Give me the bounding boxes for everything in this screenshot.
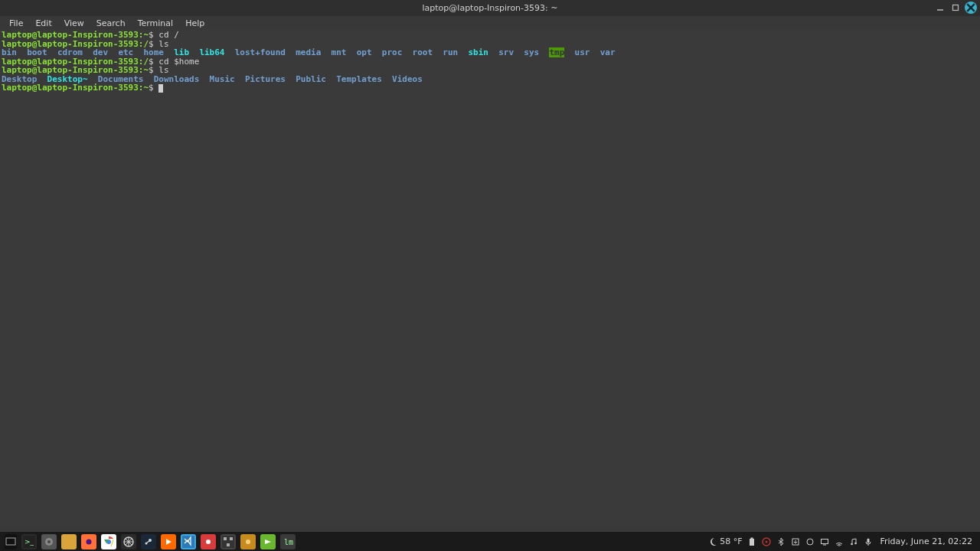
battery-icon[interactable] bbox=[746, 536, 757, 547]
obs-icon[interactable] bbox=[761, 536, 772, 547]
launcher-red-app[interactable] bbox=[201, 534, 216, 549]
launcher-mint-menu[interactable]: lm bbox=[280, 534, 296, 549]
svg-rect-34 bbox=[750, 539, 754, 546]
svg-point-43 bbox=[851, 543, 853, 545]
launcher-system-settings[interactable] bbox=[41, 534, 57, 549]
svg-rect-4 bbox=[6, 538, 15, 545]
window-controls bbox=[934, 2, 977, 14]
tray-indicator-icon[interactable] bbox=[805, 536, 815, 547]
svg-point-30 bbox=[246, 540, 250, 544]
desktop-panel: >_lm 58 °F bbox=[0, 532, 980, 551]
launcher-vscode[interactable] bbox=[181, 534, 196, 549]
svg-rect-35 bbox=[750, 537, 753, 539]
terminal-window: laptop@laptop-Inspiron-3593: ~ File Edit… bbox=[0, 0, 980, 551]
svg-text:>_: >_ bbox=[24, 538, 34, 546]
bluetooth-icon[interactable] bbox=[776, 536, 786, 547]
minimize-button[interactable] bbox=[934, 2, 946, 14]
music-icon[interactable] bbox=[848, 536, 859, 547]
weather-applet[interactable]: 58 °F bbox=[707, 536, 742, 547]
maximize-button[interactable] bbox=[949, 2, 962, 14]
menubar: File Edit View Search Terminal Help bbox=[0, 16, 980, 30]
launcher-wheel[interactable] bbox=[121, 534, 136, 549]
launcher-gold-app[interactable] bbox=[240, 534, 256, 549]
moon-icon bbox=[707, 536, 718, 547]
launcher-steam[interactable] bbox=[141, 534, 156, 549]
weather-temp: 58 °F bbox=[720, 536, 742, 546]
window-title: laptop@laptop-Inspiron-3593: ~ bbox=[423, 3, 558, 13]
svg-rect-1 bbox=[953, 5, 959, 11]
close-button[interactable] bbox=[965, 2, 977, 14]
update-icon[interactable] bbox=[790, 536, 801, 547]
launcher-green-app[interactable] bbox=[260, 534, 276, 549]
panel-launchers: >_lm bbox=[5, 534, 296, 549]
menu-terminal[interactable]: Terminal bbox=[132, 17, 180, 30]
launcher-files[interactable] bbox=[61, 534, 77, 549]
network-icon[interactable] bbox=[834, 536, 844, 547]
launcher-terminal[interactable]: >_ bbox=[21, 534, 37, 549]
svg-rect-40 bbox=[821, 539, 828, 543]
titlebar[interactable]: laptop@laptop-Inspiron-3593: ~ bbox=[0, 0, 980, 16]
svg-point-27 bbox=[206, 540, 211, 544]
svg-point-39 bbox=[807, 539, 813, 545]
launcher-media-player[interactable] bbox=[161, 534, 176, 549]
svg-text:lm: lm bbox=[284, 538, 293, 546]
menu-file[interactable]: File bbox=[3, 17, 29, 30]
svg-rect-45 bbox=[867, 538, 869, 543]
menu-view[interactable]: View bbox=[58, 17, 90, 30]
svg-point-37 bbox=[765, 540, 767, 543]
menu-search[interactable]: Search bbox=[90, 17, 132, 30]
svg-point-42 bbox=[838, 545, 840, 546]
show-desktop-button[interactable] bbox=[5, 534, 17, 549]
launcher-jetbrains[interactable] bbox=[220, 534, 236, 549]
microphone-icon[interactable] bbox=[863, 536, 874, 547]
svg-point-8 bbox=[47, 540, 51, 543]
cursor bbox=[158, 84, 163, 93]
menu-help[interactable]: Help bbox=[179, 17, 211, 30]
display-icon[interactable] bbox=[819, 536, 830, 547]
launcher-chrome[interactable] bbox=[101, 534, 116, 549]
terminal-viewport[interactable]: laptop@laptop-Inspiron-3593:~$ cd /lapto… bbox=[0, 30, 980, 532]
clock[interactable]: Friday, June 21, 02:22 bbox=[877, 536, 975, 546]
svg-point-44 bbox=[854, 542, 857, 544]
launcher-firefox[interactable] bbox=[81, 534, 96, 549]
panel-tray: 58 °F bbox=[707, 536, 975, 547]
svg-point-10 bbox=[87, 539, 92, 544]
menu-edit[interactable]: Edit bbox=[29, 17, 57, 30]
